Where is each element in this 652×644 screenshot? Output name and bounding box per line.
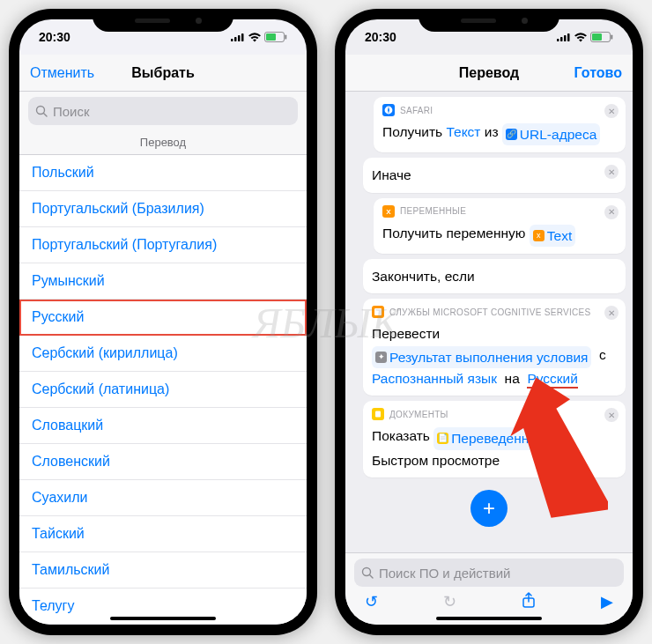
language-item[interactable]: Словенский bbox=[19, 444, 307, 480]
language-item[interactable]: Словацкий bbox=[19, 408, 307, 444]
documents-icon bbox=[372, 408, 384, 420]
language-item[interactable]: Португальский (Португалия) bbox=[19, 227, 307, 263]
svg-rect-18 bbox=[374, 308, 382, 315]
url-chip[interactable]: 🔗URL-адреса bbox=[502, 123, 600, 145]
action-safari[interactable]: ✕ SAFARI Получить Текст из 🔗URL-адреса bbox=[374, 97, 626, 152]
bottom-bar: Поиск ПО и действий ↺ ↻ ▶ bbox=[345, 552, 633, 625]
home-indicator bbox=[436, 617, 542, 620]
close-icon[interactable]: ✕ bbox=[604, 104, 619, 118]
action-quicklook[interactable]: ✕ ДОКУМЕНТЫ Показать 📄Переведенный тБыст… bbox=[363, 401, 626, 477]
card-label: ДОКУМЕНТЫ bbox=[389, 410, 448, 419]
svg-rect-5 bbox=[266, 33, 276, 41]
share-icon[interactable] bbox=[522, 592, 536, 612]
shortcut-editor: ✕ SAFARI Получить Текст из 🔗URL-адреса ✕… bbox=[345, 92, 633, 579]
card-label: СЛУЖБЫ MICROSOFT COGNITIVE SERVICES bbox=[389, 307, 591, 317]
language-item[interactable]: Тайский bbox=[19, 516, 307, 552]
nav-bar: Перевод Готово bbox=[345, 55, 633, 92]
link-icon: 🔗 bbox=[506, 129, 517, 140]
action-endif[interactable]: Закончить, если bbox=[363, 259, 626, 293]
language-item[interactable]: Польский bbox=[19, 155, 307, 191]
status-time: 20:30 bbox=[365, 30, 396, 44]
language-item[interactable]: Русский bbox=[19, 300, 307, 336]
toolbar: ↺ ↻ ▶ bbox=[354, 587, 624, 612]
svg-rect-10 bbox=[560, 37, 563, 41]
language-item[interactable]: Португальский (Бразилия) bbox=[19, 191, 307, 227]
svg-line-21 bbox=[370, 575, 374, 579]
search-placeholder: Поиск ПО и действий bbox=[379, 566, 510, 581]
phone-left: 20:30 Отменить Выбрать Поиск Перевод Пол… bbox=[9, 9, 317, 635]
wifi-icon bbox=[248, 33, 262, 42]
action-search-input[interactable]: Поиск ПО и действий bbox=[354, 559, 624, 587]
card-label: SAFARI bbox=[400, 106, 433, 115]
language-list[interactable]: ПольскийПортугальский (Бразилия)Португал… bbox=[19, 155, 307, 625]
signal-icon bbox=[231, 33, 245, 42]
battery-icon bbox=[264, 32, 287, 42]
search-icon bbox=[361, 566, 374, 579]
magic-icon: ✦ bbox=[375, 352, 387, 363]
document-icon: 📄 bbox=[437, 433, 448, 444]
nav-title: Выбрать bbox=[131, 65, 194, 81]
signal-icon bbox=[557, 33, 571, 42]
nav-title: Перевод bbox=[459, 65, 519, 81]
search-placeholder: Поиск bbox=[53, 104, 90, 119]
svg-rect-0 bbox=[231, 39, 233, 41]
add-action-button[interactable]: + bbox=[470, 490, 508, 527]
svg-text:x: x bbox=[386, 208, 391, 216]
svg-rect-1 bbox=[234, 37, 237, 41]
action-else[interactable]: ✕ Иначе bbox=[363, 158, 626, 192]
safari-icon bbox=[382, 104, 395, 116]
svg-rect-6 bbox=[285, 35, 287, 40]
to-lang[interactable]: Русский bbox=[527, 371, 578, 389]
cancel-button[interactable]: Отменить bbox=[30, 65, 94, 81]
section-header: Перевод bbox=[19, 130, 307, 155]
card-label: ПЕРЕМЕННЫЕ bbox=[400, 206, 466, 216]
notch bbox=[419, 9, 559, 32]
translated-chip[interactable]: 📄Переведенный т bbox=[433, 427, 559, 449]
svg-rect-11 bbox=[564, 35, 567, 41]
language-item[interactable]: Сербский (кириллица) bbox=[19, 336, 307, 372]
search-icon bbox=[35, 105, 48, 117]
done-button[interactable]: Готово bbox=[574, 65, 622, 81]
language-item[interactable]: Суахили bbox=[19, 480, 307, 516]
home-indicator bbox=[110, 617, 216, 620]
language-item[interactable]: Тамильский bbox=[19, 552, 307, 588]
svg-rect-14 bbox=[592, 33, 602, 41]
screen-right: 20:30 Перевод Готово ✕ SAFARI Получить Т… bbox=[345, 19, 633, 625]
svg-rect-12 bbox=[567, 33, 570, 41]
nav-bar: Отменить Выбрать bbox=[19, 55, 307, 92]
close-icon[interactable]: ✕ bbox=[604, 408, 619, 422]
battery-icon bbox=[590, 32, 613, 42]
wifi-icon bbox=[574, 33, 588, 42]
svg-line-8 bbox=[44, 114, 48, 117]
action-variable[interactable]: ✕ xПЕРЕМЕННЫЕ Получить переменную xText bbox=[374, 198, 626, 254]
language-item[interactable]: Румынский bbox=[19, 263, 307, 300]
search-input[interactable]: Поиск bbox=[28, 97, 298, 125]
play-icon[interactable]: ▶ bbox=[601, 592, 613, 612]
text-token[interactable]: Текст bbox=[446, 124, 480, 139]
svg-rect-15 bbox=[611, 35, 613, 40]
svg-rect-9 bbox=[557, 39, 559, 41]
status-time: 20:30 bbox=[39, 30, 70, 44]
search-row: Поиск bbox=[19, 92, 307, 130]
cognitive-icon bbox=[372, 306, 384, 318]
action-translate[interactable]: ✕ СЛУЖБЫ MICROSOFT COGNITIVE SERVICES Пе… bbox=[363, 299, 626, 396]
redo-icon: ↻ bbox=[443, 592, 456, 612]
var-chip[interactable]: xText bbox=[530, 225, 575, 247]
svg-rect-2 bbox=[238, 35, 241, 41]
screen-left: 20:30 Отменить Выбрать Поиск Перевод Пол… bbox=[19, 19, 307, 625]
status-right bbox=[231, 32, 287, 42]
language-item[interactable]: Сербский (латиница) bbox=[19, 372, 307, 408]
status-right bbox=[557, 32, 613, 42]
svg-rect-19 bbox=[375, 411, 381, 418]
close-icon[interactable]: ✕ bbox=[604, 205, 619, 219]
variable-icon: x bbox=[533, 230, 545, 241]
undo-icon[interactable]: ↺ bbox=[365, 592, 378, 612]
phone-right: 20:30 Перевод Готово ✕ SAFARI Получить Т… bbox=[335, 9, 643, 635]
from-lang[interactable]: Распознанный язык bbox=[372, 371, 497, 386]
notch bbox=[93, 9, 233, 32]
svg-rect-3 bbox=[241, 33, 244, 41]
variable-icon: x bbox=[382, 205, 395, 218]
result-chip[interactable]: ✦Результат выполнения условия bbox=[372, 346, 591, 368]
